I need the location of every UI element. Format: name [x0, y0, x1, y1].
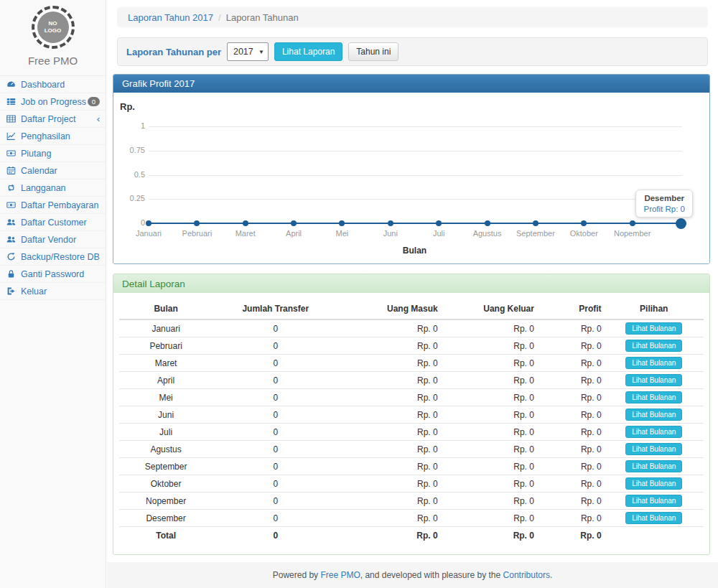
- data-point-september[interactable]: [533, 220, 538, 226]
- cell-jumlah: 0: [213, 389, 338, 406]
- sidebar-item-daftar-project[interactable]: Daftar Project‹: [0, 111, 106, 128]
- logo: NO LOGO: [0, 0, 106, 49]
- cell-profit: Rp. 0: [537, 319, 605, 337]
- breadcrumb-link[interactable]: Laporan Tahun 2017: [128, 12, 213, 23]
- lihat-bulanan-button[interactable]: Lihat Bulanan: [625, 357, 682, 369]
- sidebar-item-job-on-progress[interactable]: Job on Progress0: [0, 93, 106, 111]
- sidebar-item-calendar[interactable]: Calendar: [0, 162, 106, 179]
- detail-panel-title: Detail Laporan: [113, 274, 709, 293]
- lock-icon: [6, 269, 17, 279]
- table-row-desember: Desember0Rp. 0Rp. 0Rp. 0Lihat Bulanan: [119, 510, 704, 527]
- data-point-oktober[interactable]: [581, 220, 587, 226]
- table-header-row: BulanJumlah TransferUang MasukUang Kelua…: [119, 299, 704, 319]
- sidebar-item-penghasilan[interactable]: Penghasilan: [0, 128, 106, 145]
- refresh-icon: [6, 252, 17, 261]
- cell-masuk: Rp. 0: [338, 458, 440, 475]
- cell-jumlah: 0: [213, 493, 338, 510]
- column-header-jumlah-transfer: Jumlah Transfer: [213, 299, 338, 319]
- cell-profit: Rp. 0: [537, 372, 605, 389]
- cell-masuk: Rp. 0: [338, 337, 440, 355]
- cell-jumlah: 0: [213, 441, 338, 458]
- column-header-uang-keluar: Uang Keluar: [441, 299, 537, 319]
- data-point-maret[interactable]: [243, 220, 248, 226]
- sidebar-item-dashboard[interactable]: Dashboard: [0, 76, 106, 93]
- year-select[interactable]: 2017 ▼: [227, 42, 269, 61]
- sidebar-item-langganan[interactable]: Langganan: [0, 179, 106, 197]
- cell-keluar: Rp. 0: [441, 441, 537, 458]
- data-point-januari[interactable]: [146, 220, 151, 226]
- cell-profit: Rp. 0: [537, 475, 605, 493]
- cell-masuk: Rp. 0: [338, 319, 440, 337]
- sidebar-item-backup-restore-db[interactable]: Backup/Restore DB: [0, 248, 106, 266]
- data-point-mei[interactable]: [339, 220, 345, 226]
- data-point-pebruari[interactable]: [194, 220, 200, 226]
- sidebar-item-piutang[interactable]: Piutang: [0, 145, 106, 162]
- total-keluar: Rp. 0: [441, 527, 537, 544]
- sidebar-item-ganti-password[interactable]: Ganti Password: [0, 266, 106, 283]
- calendar-icon: [6, 166, 17, 175]
- caret-down-icon: ▼: [258, 49, 264, 55]
- x-axis-title: Bulan: [149, 246, 681, 256]
- data-point-juli[interactable]: [436, 220, 442, 226]
- cell-keluar: Rp. 0: [441, 406, 537, 424]
- sidebar-item-keluar[interactable]: Keluar: [0, 283, 106, 300]
- gridline: [149, 199, 682, 200]
- lihat-bulanan-button[interactable]: Lihat Bulanan: [625, 477, 682, 490]
- cell-profit: Rp. 0: [537, 389, 605, 406]
- sidebar-item-label: Calendar: [21, 166, 57, 176]
- lihat-bulanan-button[interactable]: Lihat Bulanan: [625, 495, 682, 507]
- table-row-juli: Juli0Rp. 0Rp. 0Rp. 0Lihat Bulanan: [119, 424, 704, 441]
- chevron-left-icon: ‹: [97, 114, 100, 123]
- data-point-juni[interactable]: [388, 220, 393, 226]
- lihat-laporan-button[interactable]: Lihat Laporan: [274, 42, 342, 61]
- table-row-juni: Juni0Rp. 0Rp. 0Rp. 0Lihat Bulanan: [119, 406, 704, 424]
- lihat-bulanan-button[interactable]: Lihat Bulanan: [625, 460, 682, 472]
- cell-jumlah: 0: [213, 458, 338, 475]
- sidebar-item-label: Backup/Restore DB: [21, 252, 100, 262]
- tahun-ini-button[interactable]: Tahun ini: [348, 42, 398, 61]
- sidebar-item-daftar-vendor[interactable]: Daftar Vendor: [0, 231, 106, 248]
- profit-chart-panel: Grafik Profit 2017 Rp. 10.750.50.250Janu…: [113, 74, 710, 264]
- column-header-pilihan: Pilihan: [605, 299, 704, 319]
- free-pmo-link[interactable]: Free PMO: [320, 570, 360, 580]
- year-select-value: 2017: [233, 47, 253, 57]
- data-point-desember[interactable]: [676, 218, 686, 229]
- cell-bulan: Mei: [119, 389, 213, 406]
- cell-bulan: Agustus: [119, 441, 213, 458]
- lihat-bulanan-button[interactable]: Lihat Bulanan: [625, 340, 682, 352]
- sidebar-item-daftar-pembayaran[interactable]: Daftar Pembayaran: [0, 197, 106, 214]
- table-row-agustus: Agustus0Rp. 0Rp. 0Rp. 0Lihat Bulanan: [119, 441, 704, 458]
- data-point-agustus[interactable]: [485, 220, 490, 226]
- breadcrumb: Laporan Tahun 2017 / Laporan Tahunan: [117, 7, 708, 27]
- column-header-bulan: Bulan: [119, 299, 213, 319]
- sidebar-item-daftar-customer[interactable]: Daftar Customer: [0, 214, 106, 231]
- cell-masuk: Rp. 0: [338, 510, 440, 527]
- chart-line-icon: [6, 131, 17, 141]
- data-point-nopember[interactable]: [630, 220, 635, 226]
- lihat-bulanan-button[interactable]: Lihat Bulanan: [625, 426, 682, 438]
- cell-keluar: Rp. 0: [441, 510, 537, 527]
- cell-masuk: Rp. 0: [338, 372, 440, 389]
- app-window: NO LOGO Free PMO DashboardJob on Progres…: [0, 0, 718, 588]
- x-tick-label: Nopember: [602, 229, 663, 238]
- filter-label: Laporan Tahunan per: [126, 47, 221, 57]
- data-point-april[interactable]: [291, 220, 297, 226]
- sidebar-item-label: Keluar: [21, 286, 47, 297]
- contributors-link[interactable]: Contributors: [503, 570, 550, 580]
- lihat-bulanan-button[interactable]: Lihat Bulanan: [625, 512, 682, 524]
- total-profit: Rp. 0: [537, 527, 605, 544]
- cell-profit: Rp. 0: [537, 355, 605, 372]
- cell-bulan: Juli: [119, 424, 213, 441]
- cell-keluar: Rp. 0: [441, 493, 537, 510]
- cell-keluar: Rp. 0: [441, 319, 537, 337]
- lihat-bulanan-button[interactable]: Lihat Bulanan: [625, 374, 682, 386]
- lihat-bulanan-button[interactable]: Lihat Bulanan: [625, 322, 682, 335]
- cell-bulan: Desember: [119, 510, 213, 527]
- lihat-bulanan-button[interactable]: Lihat Bulanan: [625, 409, 682, 421]
- sidebar-item-label: Daftar Vendor: [21, 235, 76, 245]
- lihat-bulanan-button[interactable]: Lihat Bulanan: [625, 391, 682, 403]
- cell-masuk: Rp. 0: [338, 389, 440, 406]
- profit-line: [149, 223, 681, 224]
- cell-profit: Rp. 0: [537, 406, 605, 424]
- lihat-bulanan-button[interactable]: Lihat Bulanan: [625, 443, 682, 455]
